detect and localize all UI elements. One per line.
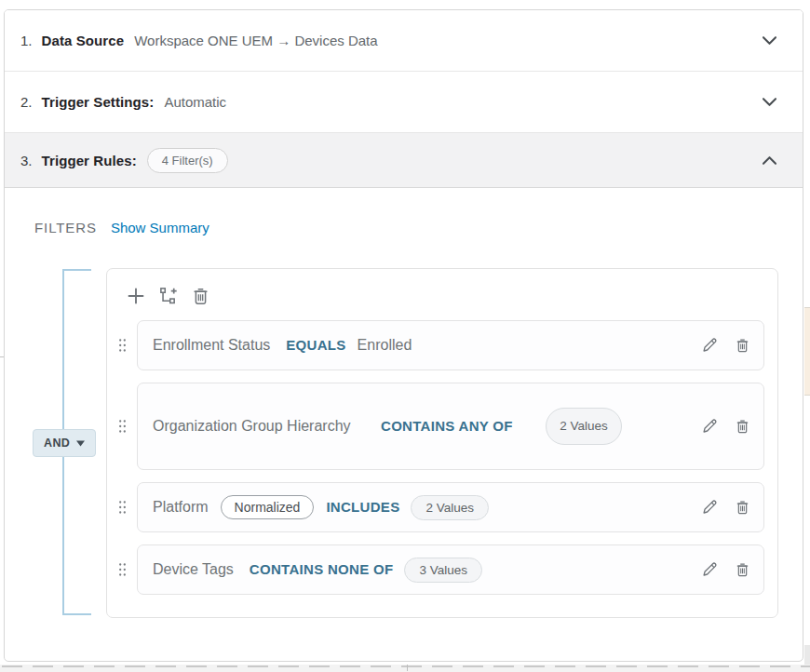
row-actions	[701, 561, 750, 578]
filter-operator: INCLUDES	[326, 496, 399, 519]
row-actions	[701, 499, 750, 516]
filter-attribute: Organization Group Hierarchy	[153, 415, 365, 438]
filters-header: FILTERS Show Summary	[34, 220, 803, 235]
values-pill[interactable]: 3 Values	[404, 558, 482, 583]
background-left-tick	[0, 356, 4, 357]
delete-trash-icon[interactable]	[735, 561, 750, 578]
row-actions	[701, 337, 750, 354]
step-subtitle: Workspace ONE UEM → Devices Data	[134, 33, 377, 48]
background-tick	[407, 665, 408, 671]
step-title: Trigger Settings:	[42, 94, 155, 110]
filter-rows: Enrollment Status EQUALS Enrolled	[107, 320, 777, 595]
step-number: 3.	[20, 153, 33, 168]
caret-down-icon	[76, 440, 85, 447]
filter-attribute: Platform	[153, 496, 209, 519]
background-table-edge	[0, 665, 810, 672]
trigger-rules-body: FILTERS Show Summary AND	[5, 220, 803, 618]
drag-handle-icon[interactable]	[118, 420, 127, 434]
show-summary-link[interactable]: Show Summary	[111, 220, 209, 235]
group-toolbar	[126, 286, 777, 306]
filter-row-organization-group: Organization Group Hierarchy CONTAINS AN…	[137, 383, 764, 470]
delete-group-icon[interactable]	[191, 286, 210, 306]
workflow-editor-screen: 1. Data Source Workspace ONE UEM → Devic…	[0, 0, 810, 672]
edit-pencil-icon[interactable]	[701, 337, 718, 354]
row-actions	[701, 418, 750, 435]
workflow-steps-card: 1. Data Source Workspace ONE UEM → Devic…	[4, 9, 803, 662]
filter-group-region: AND	[62, 268, 778, 618]
step-title: Data Source	[42, 33, 125, 48]
step-data-source[interactable]: 1. Data Source Workspace ONE UEM → Devic…	[5, 10, 803, 72]
filter-operator: CONTAINS NONE OF	[250, 558, 394, 582]
add-filter-group-icon[interactable]	[158, 286, 179, 306]
logical-operator-label: AND	[44, 437, 70, 450]
edit-pencil-icon[interactable]	[701, 561, 718, 578]
background-gray-band	[804, 645, 810, 665]
values-pill[interactable]: 2 Values	[546, 408, 622, 445]
chevron-down-icon[interactable]	[761, 93, 778, 111]
step-number: 2.	[20, 94, 33, 110]
delete-trash-icon[interactable]	[735, 499, 750, 516]
drag-handle-icon[interactable]	[118, 563, 127, 577]
filters-heading: FILTERS	[34, 220, 97, 235]
values-pill[interactable]: 2 Values	[411, 495, 489, 520]
step-title: Trigger Rules:	[42, 153, 137, 168]
background-dashed-line	[2, 665, 810, 667]
filter-row-platform: Platform Normalized INCLUDES 2 Values	[137, 482, 764, 532]
filter-group-card: Enrollment Status EQUALS Enrolled	[106, 268, 778, 618]
logical-operator-dropdown[interactable]: AND	[33, 429, 96, 457]
filter-operator: EQUALS	[286, 334, 345, 357]
filter-row-device-tags: Device Tags CONTAINS NONE OF 3 Values	[137, 544, 764, 595]
filter-attribute: Device Tags	[153, 558, 234, 582]
normalized-badge: Normalized	[221, 495, 315, 519]
edit-pencil-icon[interactable]	[701, 499, 718, 516]
filter-attribute: Enrollment Status	[153, 334, 270, 357]
chevron-down-icon[interactable]	[761, 32, 778, 49]
delete-trash-icon[interactable]	[735, 337, 750, 354]
filter-count-badge: 4 Filter(s)	[147, 148, 228, 173]
step-trigger-rules[interactable]: 3. Trigger Rules: 4 Filter(s)	[5, 133, 803, 188]
drag-handle-icon[interactable]	[118, 501, 127, 515]
background-peach-band	[804, 307, 810, 396]
chevron-up-icon[interactable]	[761, 152, 778, 169]
delete-trash-icon[interactable]	[735, 418, 750, 435]
add-filter-icon[interactable]	[126, 286, 146, 306]
drag-handle-icon[interactable]	[118, 339, 127, 353]
step-trigger-settings[interactable]: 2. Trigger Settings: Automatic	[5, 72, 803, 133]
step-number: 1.	[20, 33, 33, 48]
filter-row-enrollment-status: Enrollment Status EQUALS Enrolled	[137, 320, 764, 370]
step-subtitle: Automatic	[164, 94, 226, 110]
filter-operator: CONTAINS ANY OF	[381, 415, 525, 438]
background-canvas-edge	[804, 0, 810, 665]
filter-value: Enrolled	[358, 337, 412, 354]
edit-pencil-icon[interactable]	[701, 418, 718, 435]
